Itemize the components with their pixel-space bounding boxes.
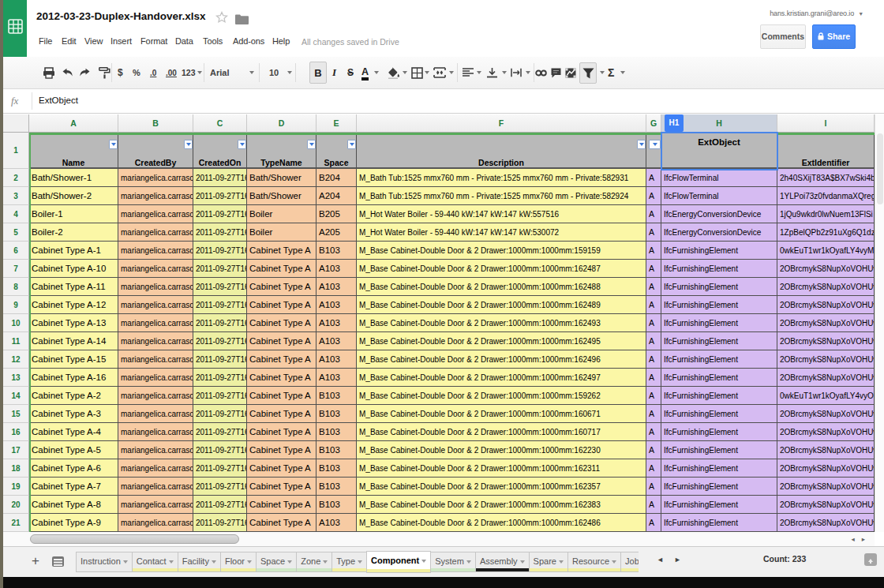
- cell-I7[interactable]: 2OBrcmykS8NupXoVOHUv: [777, 260, 875, 278]
- cell-A7[interactable]: Cabinet Type A-10: [29, 260, 118, 278]
- cell-C15[interactable]: 2011-09-27T16:: [193, 405, 247, 423]
- menu-insert[interactable]: Insert: [110, 36, 132, 46]
- cell-E20[interactable]: B103: [317, 496, 357, 514]
- borders-button[interactable]: [411, 57, 423, 88]
- cell-C20[interactable]: 2011-09-27T16:: [193, 496, 247, 514]
- cell-C8[interactable]: 2011-09-27T16:: [193, 278, 247, 296]
- row-number-12[interactable]: 12: [3, 350, 29, 369]
- sheet-tab-component[interactable]: Component: [366, 551, 431, 573]
- cell-I9[interactable]: 2OBrcmykS8NupXoVOHUv: [777, 296, 875, 314]
- cell-C21[interactable]: 2011-09-27T16:: [193, 514, 247, 532]
- cell-F6[interactable]: M_Base Cabinet-Double Door & 2 Drawer:10…: [357, 242, 646, 260]
- row-number-16[interactable]: 16: [3, 423, 29, 441]
- sheet-tab-menu-icon[interactable]: [466, 560, 471, 564]
- cell-H16[interactable]: IfcFurnishingElement: [661, 423, 777, 441]
- cell-D12[interactable]: Cabinet Type A: [247, 350, 317, 369]
- dropdown-caret-icon[interactable]: [374, 71, 379, 74]
- row-number-7[interactable]: 7: [3, 260, 29, 278]
- row-number-13[interactable]: 13: [3, 369, 29, 387]
- cell-G18[interactable]: A: [646, 459, 661, 478]
- cell-D16[interactable]: Cabinet Type A: [247, 423, 317, 441]
- cell-B20[interactable]: mariangelica.carrasco: [118, 496, 193, 514]
- account-menu[interactable]: hans.kristian.grani@areo.io▼: [770, 9, 863, 17]
- cell-F7[interactable]: M_Base Cabinet-Double Door & 2 Drawer:10…: [357, 260, 646, 278]
- cell-F12[interactable]: M_Base Cabinet-Double Door & 2 Drawer:10…: [357, 350, 646, 369]
- format-currency-button[interactable]: $: [118, 57, 123, 88]
- cell-B19[interactable]: mariangelica.carrasco: [118, 478, 193, 496]
- cell-H11[interactable]: IfcFurnishingElement: [661, 332, 777, 350]
- horizontal-scrollbar[interactable]: ◂▸: [3, 532, 875, 546]
- cell-G12[interactable]: A: [646, 350, 661, 369]
- cell-A20[interactable]: Cabinet Type A-8: [29, 496, 118, 514]
- cell-G8[interactable]: A: [646, 278, 661, 296]
- sheet-tab-menu-icon[interactable]: [323, 560, 328, 564]
- cell-H19[interactable]: IfcFurnishingElement: [661, 478, 777, 496]
- cell-H12[interactable]: IfcFurnishingElement: [661, 350, 777, 369]
- undo-icon[interactable]: [61, 57, 73, 88]
- dropdown-caret-icon[interactable]: [526, 71, 530, 74]
- cell-H6[interactable]: IfcFurnishingElement: [661, 242, 777, 260]
- cell-I21[interactable]: 2OBrcmykS8NupXoVOHUv: [777, 514, 875, 532]
- header-cell-TypeName[interactable]: TypeName: [247, 133, 317, 169]
- cell-E16[interactable]: B103: [317, 423, 357, 441]
- cell-D2[interactable]: Bath/Shower: [247, 169, 317, 187]
- header-cell-CreatedBy[interactable]: CreatedBy: [118, 133, 193, 169]
- filter-dropdown-B[interactable]: [184, 140, 193, 149]
- cell-C19[interactable]: 2011-09-27T16:: [193, 478, 247, 496]
- decrease-decimals-button[interactable]: .0: [150, 57, 156, 88]
- cell-D3[interactable]: Bath/Shower: [247, 187, 317, 205]
- cell-E11[interactable]: A103: [317, 332, 357, 350]
- cell-I12[interactable]: 2OBrcmykS8NupXoVOHUv: [777, 350, 875, 369]
- functions-button[interactable]: Σ: [608, 57, 614, 88]
- insert-link-button[interactable]: [535, 57, 547, 88]
- folder-icon[interactable]: [235, 13, 249, 28]
- cell-C7[interactable]: 2011-09-27T16:: [193, 260, 247, 278]
- cell-C9[interactable]: 2011-09-27T16:: [193, 296, 247, 314]
- cell-H2[interactable]: IfcFlowTerminal: [661, 169, 777, 187]
- cell-E14[interactable]: B103: [317, 387, 357, 405]
- row-number-4[interactable]: 4: [3, 205, 29, 223]
- cell-F3[interactable]: M_Bath Tub:1525 mmx760 mm - Private:1525…: [357, 187, 646, 205]
- menu-addons[interactable]: Add-ons: [233, 36, 264, 46]
- cell-G20[interactable]: A: [646, 496, 661, 514]
- cell-A2[interactable]: Bath/Shower-1: [29, 169, 118, 187]
- cell-H18[interactable]: IfcFurnishingElement: [661, 459, 777, 478]
- cell-F8[interactable]: M_Base Cabinet-Double Door & 2 Drawer:10…: [357, 278, 646, 296]
- cell-B15[interactable]: mariangelica.carrasco: [118, 405, 193, 423]
- cell-C14[interactable]: 2011-09-27T16:: [193, 387, 247, 405]
- cell-A21[interactable]: Cabinet Type A-9: [29, 514, 118, 532]
- insert-chart-button[interactable]: [565, 57, 576, 88]
- cell-D6[interactable]: Cabinet Type A: [247, 242, 317, 260]
- sheet-tab-menu-icon[interactable]: [212, 560, 216, 564]
- cell-G19[interactable]: A: [646, 478, 661, 496]
- comments-button[interactable]: Comments: [760, 24, 806, 49]
- cell-C3[interactable]: 2011-09-27T16:: [193, 187, 247, 205]
- cell-I19[interactable]: 2OBrcmykS8NupXoVOHUv: [777, 478, 875, 496]
- cell-G17[interactable]: A: [646, 441, 661, 459]
- cell-A16[interactable]: Cabinet Type A-4: [29, 423, 118, 441]
- cell-A3[interactable]: Bath/Shower-2: [29, 187, 118, 205]
- cell-G2[interactable]: A: [646, 169, 661, 187]
- cell-C6[interactable]: 2011-09-27T16:: [193, 242, 247, 260]
- menu-data[interactable]: Data: [175, 36, 193, 46]
- cell-B21[interactable]: mariangelica.carrasco: [118, 514, 193, 532]
- column-header-I[interactable]: I: [777, 114, 875, 133]
- cell-G3[interactable]: A: [646, 187, 661, 205]
- redo-icon[interactable]: [79, 57, 92, 88]
- cell-F5[interactable]: M_Hot Water Boiler - 59-440 kW:147 kW:14…: [357, 223, 646, 242]
- cell-I4[interactable]: 1jQu9wkdr0lwNuem13FlSi: [777, 205, 875, 223]
- row-number-5[interactable]: 5: [3, 223, 29, 242]
- row-number-19[interactable]: 19: [3, 478, 29, 496]
- cell-B10[interactable]: mariangelica.carrasco: [118, 314, 193, 332]
- cell-E18[interactable]: B103: [317, 459, 357, 478]
- cell-B9[interactable]: mariangelica.carrasco: [118, 296, 193, 314]
- filter-dropdown-F[interactable]: [637, 140, 646, 149]
- menu-tools[interactable]: Tools: [203, 36, 223, 46]
- cell-F14[interactable]: M_Base Cabinet-Double Door & 2 Drawer:10…: [357, 387, 646, 405]
- menu-help[interactable]: Help: [272, 36, 290, 46]
- row-number-20[interactable]: 20: [3, 496, 29, 514]
- cell-G15[interactable]: A: [646, 405, 661, 423]
- cell-E3[interactable]: A204: [317, 187, 357, 205]
- cell-F9[interactable]: M_Base Cabinet-Double Door & 2 Drawer:10…: [357, 296, 646, 314]
- format-percent-button[interactable]: %: [133, 57, 140, 88]
